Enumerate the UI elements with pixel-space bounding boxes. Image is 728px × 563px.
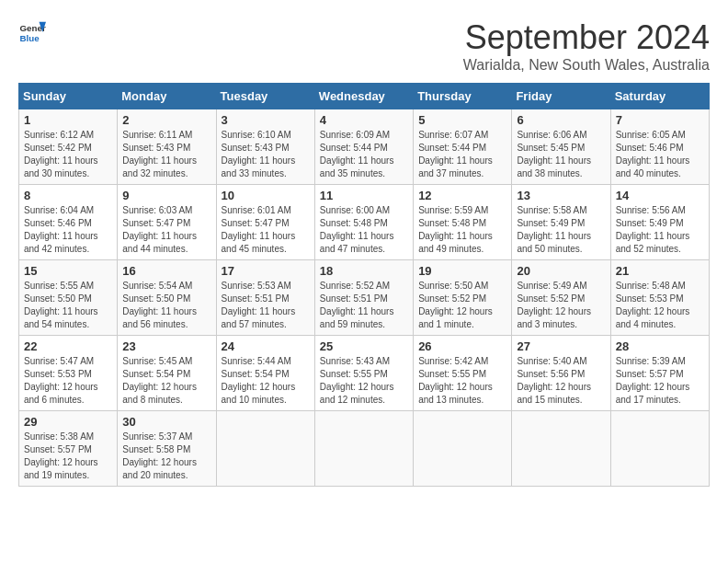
day-number: 24: [222, 339, 310, 353]
day-number: 27: [517, 339, 605, 353]
day-number: 18: [320, 264, 408, 278]
calendar-header-row: Sunday Monday Tuesday Wednesday Thursday…: [19, 84, 710, 109]
day-info: Sunrise: 6:09 AM Sunset: 5:44 PM Dayligh…: [320, 129, 408, 180]
day-info: Sunrise: 6:10 AM Sunset: 5:43 PM Dayligh…: [222, 129, 310, 180]
day-info: Sunrise: 5:37 AM Sunset: 5:58 PM Dayligh…: [122, 431, 210, 482]
day-info: Sunrise: 6:03 AM Sunset: 5:47 PM Dayligh…: [122, 204, 210, 256]
calendar-cell: 25Sunrise: 5:43 AM Sunset: 5:55 PM Dayli…: [314, 336, 413, 411]
calendar-cell: 15Sunrise: 5:55 AM Sunset: 5:50 PM Dayli…: [19, 260, 118, 336]
day-info: Sunrise: 6:06 AM Sunset: 5:45 PM Dayligh…: [517, 129, 605, 180]
calendar-cell: 20Sunrise: 5:49 AM Sunset: 5:52 PM Dayli…: [512, 260, 610, 336]
header: General Blue September 2024 Warialda, Ne…: [18, 18, 710, 74]
col-saturday: Saturday: [610, 84, 709, 109]
calendar-cell: 4Sunrise: 6:09 AM Sunset: 5:44 PM Daylig…: [314, 109, 413, 185]
calendar-cell: [314, 411, 413, 487]
day-number: 5: [418, 113, 506, 127]
col-tuesday: Tuesday: [216, 84, 314, 109]
svg-text:Blue: Blue: [20, 33, 40, 43]
day-info: Sunrise: 5:38 AM Sunset: 5:57 PM Dayligh…: [24, 431, 112, 482]
calendar-cell: 28Sunrise: 5:39 AM Sunset: 5:57 PM Dayli…: [610, 336, 709, 411]
calendar-cell: 19Sunrise: 5:50 AM Sunset: 5:52 PM Dayli…: [414, 260, 512, 336]
day-number: 14: [616, 189, 704, 202]
col-wednesday: Wednesday: [314, 84, 413, 109]
day-number: 21: [616, 264, 704, 278]
calendar-cell: 12Sunrise: 5:59 AM Sunset: 5:48 PM Dayli…: [414, 185, 512, 260]
calendar-week-1: 1Sunrise: 6:12 AM Sunset: 5:42 PM Daylig…: [19, 109, 710, 185]
day-info: Sunrise: 5:56 AM Sunset: 5:49 PM Dayligh…: [616, 204, 704, 256]
calendar-cell: 27Sunrise: 5:40 AM Sunset: 5:56 PM Dayli…: [512, 336, 610, 411]
day-info: Sunrise: 5:49 AM Sunset: 5:52 PM Dayligh…: [517, 280, 605, 331]
calendar-week-5: 29Sunrise: 5:38 AM Sunset: 5:57 PM Dayli…: [19, 411, 710, 487]
calendar-body: 1Sunrise: 6:12 AM Sunset: 5:42 PM Daylig…: [19, 109, 710, 487]
day-number: 30: [122, 415, 210, 429]
day-number: 25: [320, 339, 408, 353]
day-info: Sunrise: 5:48 AM Sunset: 5:53 PM Dayligh…: [616, 280, 704, 331]
day-info: Sunrise: 6:12 AM Sunset: 5:42 PM Dayligh…: [24, 129, 112, 180]
logo: General Blue: [18, 18, 46, 46]
calendar-cell: 6Sunrise: 6:06 AM Sunset: 5:45 PM Daylig…: [512, 109, 610, 185]
day-info: Sunrise: 5:52 AM Sunset: 5:51 PM Dayligh…: [320, 280, 408, 331]
day-info: Sunrise: 6:05 AM Sunset: 5:46 PM Dayligh…: [616, 129, 704, 180]
day-number: 13: [517, 189, 605, 202]
calendar-cell: 30Sunrise: 5:37 AM Sunset: 5:58 PM Dayli…: [118, 411, 216, 487]
day-info: Sunrise: 5:40 AM Sunset: 5:56 PM Dayligh…: [517, 355, 605, 407]
title-section: September 2024 Warialda, New South Wales…: [463, 18, 710, 74]
day-number: 4: [320, 113, 408, 127]
day-info: Sunrise: 5:58 AM Sunset: 5:49 PM Dayligh…: [517, 204, 605, 256]
calendar-cell: 13Sunrise: 5:58 AM Sunset: 5:49 PM Dayli…: [512, 185, 610, 260]
calendar-week-3: 15Sunrise: 5:55 AM Sunset: 5:50 PM Dayli…: [19, 260, 710, 336]
calendar-cell: 10Sunrise: 6:01 AM Sunset: 5:47 PM Dayli…: [216, 185, 314, 260]
day-info: Sunrise: 6:07 AM Sunset: 5:44 PM Dayligh…: [418, 129, 506, 180]
calendar-cell: 23Sunrise: 5:45 AM Sunset: 5:54 PM Dayli…: [118, 336, 216, 411]
calendar-week-4: 22Sunrise: 5:47 AM Sunset: 5:53 PM Dayli…: [19, 336, 710, 411]
day-info: Sunrise: 6:00 AM Sunset: 5:48 PM Dayligh…: [320, 204, 408, 256]
calendar-cell: [414, 411, 512, 487]
day-info: Sunrise: 5:44 AM Sunset: 5:54 PM Dayligh…: [222, 355, 310, 407]
day-info: Sunrise: 5:42 AM Sunset: 5:55 PM Dayligh…: [418, 355, 506, 407]
calendar-cell: 8Sunrise: 6:04 AM Sunset: 5:46 PM Daylig…: [19, 185, 118, 260]
day-info: Sunrise: 5:45 AM Sunset: 5:54 PM Dayligh…: [122, 355, 210, 407]
day-number: 6: [517, 113, 605, 127]
calendar-cell: 22Sunrise: 5:47 AM Sunset: 5:53 PM Dayli…: [19, 336, 118, 411]
day-info: Sunrise: 5:43 AM Sunset: 5:55 PM Dayligh…: [320, 355, 408, 407]
day-number: 20: [517, 264, 605, 278]
day-number: 26: [418, 339, 506, 353]
col-monday: Monday: [118, 84, 216, 109]
calendar-cell: 7Sunrise: 6:05 AM Sunset: 5:46 PM Daylig…: [610, 109, 709, 185]
day-number: 12: [418, 189, 506, 202]
calendar-cell: [512, 411, 610, 487]
calendar-cell: 16Sunrise: 5:54 AM Sunset: 5:50 PM Dayli…: [118, 260, 216, 336]
calendar-table: Sunday Monday Tuesday Wednesday Thursday…: [18, 83, 710, 487]
col-friday: Friday: [512, 84, 610, 109]
calendar-cell: [610, 411, 709, 487]
calendar-cell: 2Sunrise: 6:11 AM Sunset: 5:43 PM Daylig…: [118, 109, 216, 185]
day-number: 16: [122, 264, 210, 278]
day-info: Sunrise: 5:39 AM Sunset: 5:57 PM Dayligh…: [616, 355, 704, 407]
day-number: 22: [24, 339, 112, 353]
day-number: 2: [122, 113, 210, 127]
col-thursday: Thursday: [414, 84, 512, 109]
day-info: Sunrise: 5:47 AM Sunset: 5:53 PM Dayligh…: [24, 355, 112, 407]
day-info: Sunrise: 5:59 AM Sunset: 5:48 PM Dayligh…: [418, 204, 506, 256]
calendar-cell: 9Sunrise: 6:03 AM Sunset: 5:47 PM Daylig…: [118, 185, 216, 260]
day-info: Sunrise: 5:54 AM Sunset: 5:50 PM Dayligh…: [122, 280, 210, 331]
calendar-cell: 17Sunrise: 5:53 AM Sunset: 5:51 PM Dayli…: [216, 260, 314, 336]
logo-icon: General Blue: [18, 18, 46, 46]
day-number: 15: [24, 264, 112, 278]
day-info: Sunrise: 6:01 AM Sunset: 5:47 PM Dayligh…: [222, 204, 310, 256]
day-number: 3: [222, 113, 310, 127]
calendar-week-2: 8Sunrise: 6:04 AM Sunset: 5:46 PM Daylig…: [19, 185, 710, 260]
day-info: Sunrise: 6:04 AM Sunset: 5:46 PM Dayligh…: [24, 204, 112, 256]
day-number: 8: [24, 189, 112, 202]
calendar-cell: 11Sunrise: 6:00 AM Sunset: 5:48 PM Dayli…: [314, 185, 413, 260]
calendar-cell: 14Sunrise: 5:56 AM Sunset: 5:49 PM Dayli…: [610, 185, 709, 260]
day-number: 9: [122, 189, 210, 202]
day-number: 11: [320, 189, 408, 202]
day-number: 10: [222, 189, 310, 202]
day-info: Sunrise: 5:50 AM Sunset: 5:52 PM Dayligh…: [418, 280, 506, 331]
calendar-subtitle: Warialda, New South Wales, Australia: [463, 57, 710, 74]
day-info: Sunrise: 6:11 AM Sunset: 5:43 PM Dayligh…: [122, 129, 210, 180]
day-number: 23: [122, 339, 210, 353]
day-info: Sunrise: 5:55 AM Sunset: 5:50 PM Dayligh…: [24, 280, 112, 331]
calendar-cell: 24Sunrise: 5:44 AM Sunset: 5:54 PM Dayli…: [216, 336, 314, 411]
